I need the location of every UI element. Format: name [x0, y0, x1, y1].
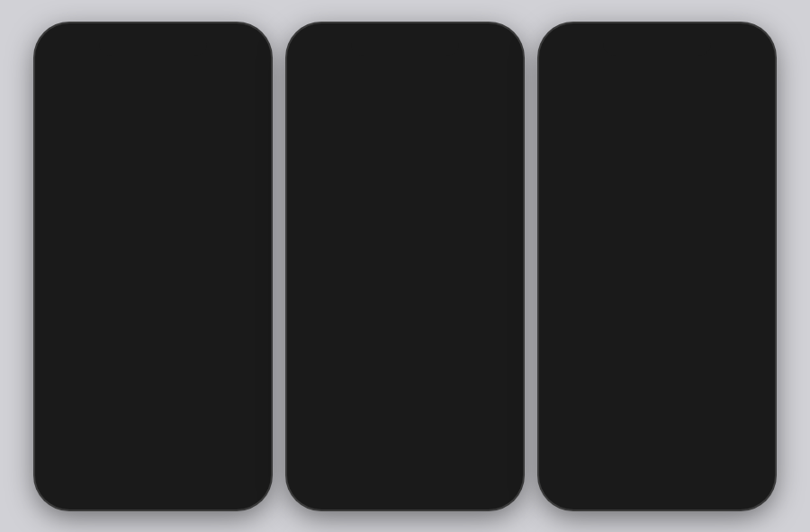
status-icons-2: ▲ wifi 🔋 — [459, 46, 498, 55]
play-icon-2[interactable]: ▶ — [392, 228, 418, 253]
tab-bar-1: 📅 Today 🚀 Games ⊞ Apps ↓ 2 Updates — [46, 468, 260, 499]
tab-label-updates-2: Updates — [436, 447, 460, 454]
price-button-2[interactable]: $1.99 — [431, 104, 476, 123]
badge-1: 2 — [194, 469, 205, 480]
play-icon-1[interactable]: ▶ — [94, 268, 119, 293]
more-button-2[interactable]: ··· — [482, 104, 501, 123]
app-icon-pako: 🚐 — [309, 86, 363, 140]
tab-label-updates-3: Updates — [688, 490, 712, 496]
app-info-2: PAKO 2 "Get in, get out, get paid." — [372, 91, 422, 136]
developer-row-2[interactable]: Developer Tree Men Games › — [298, 373, 512, 404]
tab-updates-2[interactable]: ↓ 2 Updates — [427, 430, 470, 455]
back-nav-1[interactable]: ‹ Productivity — [46, 61, 260, 81]
rating-age-1: 4+ Age — [162, 149, 249, 180]
tab-games-2[interactable]: 🚀 Games — [341, 430, 384, 455]
tab-label-today-2: Today — [310, 448, 328, 455]
preview-img-1-3: Get organizedin seconds ▶ — [561, 176, 651, 343]
age-value-2: 12+ — [449, 149, 501, 163]
tab-apps-3[interactable]: ⊞ Apps — [635, 473, 679, 497]
tab-today-3[interactable]: 📅 Today — [550, 473, 593, 497]
search-icon-1: 🔍 — [230, 473, 248, 490]
status-icons-1: ▲ wifi 🔋 — [207, 46, 246, 55]
games-icon-2: 🚀 — [353, 430, 371, 447]
tab-games-1[interactable]: 🚀 Games — [89, 473, 132, 497]
tab-label-games-3: Games — [604, 491, 625, 497]
back-nav-3[interactable]: ‹ Productivity — [561, 64, 632, 78]
app-actions-2: $1.99 ··· — [431, 104, 501, 123]
ratings-row-1: 3.7 ★★★★☆ 147 Ratings 4+ Age — [46, 146, 260, 188]
battery-icon: 🔋 — [236, 46, 246, 55]
badge-2: 2 — [446, 427, 457, 437]
time-3: 11:27 — [564, 45, 590, 56]
battery-icon-3: 🔋 — [740, 46, 750, 55]
preview-area-1: 09:41 ▲ Sending people through time? ▶ 1… — [46, 192, 260, 468]
tab-label-search-3: Search — [733, 491, 752, 497]
app-header-2: 🚐 PAKO 2 "Get in, get out, get paid." $1… — [298, 81, 512, 146]
back-nav-2[interactable]: ‹ Games — [298, 61, 512, 81]
preview-img-2-3: Get organized Order this book Run 5 kilo… — [658, 176, 748, 343]
ratings-row-2: 4.4 ★★★★☆ 338 Ratings #1 Arcade 12+ Age — [298, 146, 512, 188]
battery-icon-2: 🔋 — [488, 46, 498, 55]
tab-games-3[interactable]: 🚀 Games — [593, 473, 636, 497]
app-subtitle-2: "Get in, get out, get paid." — [372, 106, 422, 136]
phone-1: 11:27 ▲ wifi 🔋 ‹ Productivity — [35, 23, 271, 509]
description-2: Check out the new level "Sunny Coast"!**… — [298, 314, 512, 373]
more-button-1[interactable]: ··· — [242, 104, 260, 123]
status-bar-1: 11:27 ▲ wifi 🔋 — [46, 34, 260, 61]
subscribed-button-3[interactable]: SUBSCRIBED — [687, 109, 758, 125]
tab-today-1[interactable]: 📅 Today — [46, 473, 89, 497]
rating-score-1: 3.7 ★★★★☆ 147 Ratings — [57, 149, 144, 180]
status-icons-3: ▲ wifi 🔋 — [711, 46, 750, 55]
rank-value-2: #1 — [379, 149, 431, 163]
offers-ipad-checkbox-3[interactable] — [561, 354, 572, 365]
today-icon-1: 📅 — [58, 473, 76, 490]
svg-text:★: ★ — [593, 120, 601, 130]
app-icon-todoist: ★ — [561, 90, 615, 144]
wifi-icon-2: wifi — [471, 46, 484, 55]
wifi-icon-3: wifi — [723, 46, 736, 55]
tab-label-search-1: Search — [229, 491, 248, 497]
back-chevron-icon: ‹ — [57, 63, 61, 77]
back-chevron-icon-3: ‹ — [561, 64, 565, 78]
app-header-1: MindNode 5 Visual Brainstorming GET In-A… — [46, 81, 260, 146]
offers-chevron-2: › — [498, 295, 501, 308]
tab-search-1[interactable]: 🔍 Search — [217, 473, 260, 497]
tab-bar-3: 📅 Today 🚀 Games ⊞ Apps ↓ 2 Updates — [550, 468, 764, 499]
play-icon-3[interactable]: ▶ — [593, 291, 618, 316]
more-link-2[interactable]: more — [373, 356, 392, 365]
search-icon-3: 🔍 — [734, 473, 752, 490]
stars-2: ★★★★☆ — [309, 163, 361, 172]
svg-point-3 — [79, 106, 88, 121]
tab-search-3[interactable]: 🔍 Search — [721, 473, 764, 497]
rating-rank-2: #1 Arcade — [379, 149, 431, 180]
signal-icon-3: ▲ — [711, 46, 719, 55]
tab-apps-1[interactable]: ⊞ Apps — [131, 473, 175, 497]
back-label-2: Games — [315, 63, 356, 77]
back-label-3: Productivity — [567, 64, 632, 78]
tab-today-2[interactable]: 📅 Today — [298, 430, 341, 455]
badge-3: 2 — [698, 469, 709, 480]
rating-value-2: 4.4 — [309, 149, 361, 163]
back-label-1: Productivity — [63, 63, 128, 77]
tab-label-apps-2: Apps — [398, 448, 412, 455]
today-icon-3: 📅 — [562, 473, 580, 490]
tab-apps-2[interactable]: ⊞ Apps — [383, 430, 427, 455]
offers-ipad-checkbox-2[interactable] — [309, 296, 320, 307]
get-button-1[interactable]: GET — [190, 97, 238, 117]
ratings-section-2: Ratings & Reviews See All — [298, 404, 512, 426]
see-all-2[interactable]: See All — [471, 412, 501, 423]
apps-icon-3: ⊞ — [651, 473, 662, 490]
rank-label-2: Arcade — [379, 163, 431, 171]
wifi-icon: wifi — [219, 46, 232, 55]
status-bar-3: 11:27 ▲ wifi 🔋 — [550, 34, 764, 61]
rating-value-1: 3.7 — [57, 149, 144, 163]
video-preview-2[interactable]: 🚐 🚗 🚙 ▶ — [309, 195, 501, 285]
cloud-icon-3: ☁ — [739, 63, 753, 80]
stars-1: ★★★★☆ — [57, 163, 144, 172]
rating-score-2: 4.4 ★★★★☆ 338 Ratings — [309, 149, 361, 180]
tab-search-2[interactable]: 🔍 Search — [469, 430, 512, 455]
tab-updates-3[interactable]: ↓ 2 Updates — [679, 473, 722, 497]
signal-icon-2: ▲ — [459, 46, 467, 55]
preview-section-3: Preview — [550, 151, 764, 173]
tab-updates-1[interactable]: ↓ 2 Updates — [175, 473, 218, 497]
